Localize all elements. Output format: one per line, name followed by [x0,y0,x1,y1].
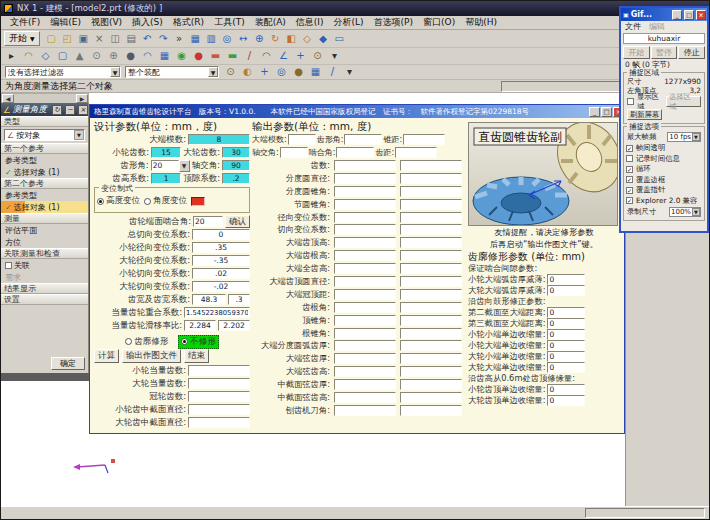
module-input[interactable] [188,134,250,145]
menu-item[interactable]: 首选项(P) [369,16,418,29]
intersection-icon[interactable]: + [257,65,272,80]
pinion-value-input[interactable] [334,392,396,403]
contact-ratio-input[interactable] [184,307,250,318]
sketch-icon[interactable]: ◠ [21,49,36,64]
eval-plane-row[interactable]: 评估平面 [1,224,88,236]
pinion-value-input[interactable] [334,199,396,210]
line-icon[interactable]: / [242,49,257,64]
gear-value-input[interactable] [400,186,462,197]
transform-icon[interactable]: + [293,49,308,64]
design-output-input[interactable] [188,391,250,402]
pinion-value-input[interactable] [334,379,396,390]
calculate-button[interactable]: 计算 [94,349,119,363]
modification-input[interactable] [547,274,585,285]
pinion-teeth-input[interactable] [151,147,181,158]
pinion-value-input[interactable] [334,237,396,248]
torus-icon[interactable]: ◉ [174,49,189,64]
design-output-input[interactable] [188,365,250,376]
paste-icon[interactable]: ▤ [124,31,139,46]
pinion-value-input[interactable] [334,289,396,300]
gear-value-input[interactable] [400,392,462,403]
gear-value-input[interactable] [400,199,462,210]
zoom-in-icon[interactable]: ⊕ [252,31,267,46]
pinion-value-input[interactable] [334,328,396,339]
zoom-icon[interactable]: ◎ [220,31,235,46]
orientation-row[interactable]: 方位 [1,236,88,248]
end-button[interactable]: 结束 [184,349,209,363]
associative-checkbox[interactable] [5,262,12,269]
selection-filter-dropdown[interactable]: 没有选择过滤器 ▼ [5,66,121,78]
menu-item[interactable]: 窗口(O) [418,16,460,29]
snap-icon[interactable]: ⊙ [310,49,325,64]
design-output-input[interactable] [188,417,250,428]
unite-icon[interactable]: ⊕ [106,49,121,64]
close-button[interactable]: × [78,105,88,115]
menu-item[interactable]: 帮助(H) [460,16,502,29]
face-select-icon[interactable]: ▦ [308,65,323,80]
output-pitch-input[interactable] [395,147,437,158]
output-mesh-angle-input[interactable] [336,147,374,158]
section-associative[interactable]: 关联测量和检查 [1,248,88,259]
record-size-dropdown[interactable]: 100% ▼ [669,207,701,217]
chevron-down-icon[interactable]: ▼ [74,130,84,140]
rotate-view-icon[interactable]: ↻ [268,31,283,46]
minimize-button[interactable]: _ [672,10,682,20]
record-pause-button[interactable]: 暂停 [651,46,678,59]
more-snaps-icon[interactable]: ▾ [342,65,357,80]
type-dropdown[interactable]: ∠ 按对象 ▼ [4,129,85,141]
copy-icon[interactable]: ◫ [108,31,123,46]
clearance-coef-input[interactable] [222,173,250,184]
first-select-object-row[interactable]: ✓ 选择对象 (1) [1,166,88,178]
extrude-icon[interactable]: ▲ [72,49,87,64]
revolve-icon[interactable]: ⊙ [89,49,104,64]
plane-icon[interactable]: ▢ [55,49,70,64]
gear-value-input[interactable] [400,340,462,351]
section-first-reference[interactable]: 第一个参考 [1,143,88,154]
associative-checkbox-row[interactable]: 关联 [1,259,88,271]
snap-point-icon[interactable]: ⊙ [223,65,238,80]
maximize-button[interactable]: □ [601,107,612,117]
select-icon[interactable]: ▸ [4,49,19,64]
gear-value-input[interactable] [400,289,462,300]
fps-dropdown[interactable]: 10 fps ▼ [667,132,701,142]
gear-value-input[interactable] [400,212,462,223]
gear-value-input[interactable] [400,315,462,326]
menu-item[interactable]: 视图(V) [86,16,127,29]
sheet-icon[interactable]: ▥ [204,31,219,46]
design-value-input[interactable] [192,229,250,240]
option-checkbox[interactable]: ✓ [626,176,633,183]
option-checkbox[interactable]: ✓ [626,145,633,152]
gear-value-input[interactable] [400,224,462,235]
modification-input[interactable] [547,384,585,395]
design-output-input[interactable] [188,404,250,415]
save-icon[interactable]: ▣ [76,31,91,46]
menu-item[interactable]: 插入(S) [127,16,168,29]
facewidth-input[interactable] [192,294,226,305]
pinion-value-input[interactable] [334,250,396,261]
section-measure[interactable]: 测量 [1,213,88,224]
option-checkbox-row[interactable]: ✓ 帧间透明 [626,143,702,154]
output-drawing-button[interactable]: 输出作图文件 [122,349,181,363]
measure-angle-icon[interactable]: ∠ [276,49,291,64]
pattern-icon[interactable]: ▦ [157,49,172,64]
design-value-input[interactable] [192,242,250,253]
pinion-value-input[interactable] [334,276,396,287]
design-value-input[interactable] [192,255,250,266]
gear-value-input[interactable] [400,250,462,261]
datum-plane-icon[interactable]: ◇ [38,49,53,64]
modification-input[interactable] [547,362,585,373]
start-menu-button[interactable]: 开始 ▼ [4,31,40,46]
slide-ratio-1-input[interactable] [184,320,216,331]
option-checkbox-row[interactable]: 记录时间信息 [626,154,702,165]
output-shaft-angle-input[interactable] [280,147,308,158]
show-area-checkbox-row[interactable]: 显示区域 [627,96,666,107]
section-settings[interactable]: 设置 [1,294,88,305]
chevron-down-icon[interactable]: ▼ [208,67,218,77]
pinion-value-input[interactable] [334,302,396,313]
shaft-angle-input[interactable] [222,160,250,171]
option-checkbox[interactable]: ✓ [626,187,633,194]
refresh-screen-button[interactable]: 刷新屏幕 [627,109,662,120]
select-area-button[interactable]: 选择区域 [666,96,701,107]
second-select-object-row[interactable]: ✓ 选择对象 (1) [1,201,88,213]
expand-icon[interactable]: » [172,31,187,46]
